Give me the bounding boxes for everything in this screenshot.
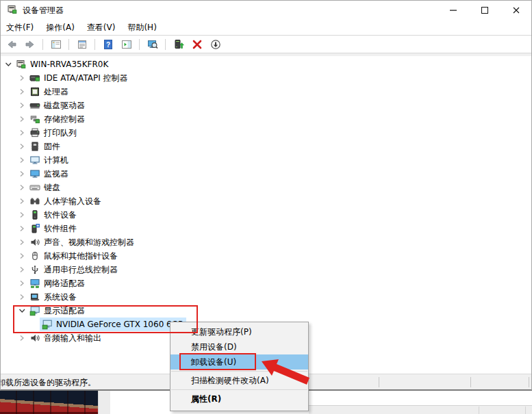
network-adapter-icon	[29, 278, 40, 289]
tree-item-display-adapters[interactable]: 显示适配器	[0, 304, 532, 318]
action-pane-toolbar-button[interactable]	[118, 37, 135, 52]
tree-item-computer[interactable]: 计算机	[0, 153, 532, 167]
menu-action[interactable]: 操作(A)	[40, 20, 81, 35]
tree-item-label: 软件设备	[44, 208, 77, 222]
chevron-right-icon[interactable]	[16, 141, 27, 152]
properties-toolbar-button[interactable]	[73, 37, 90, 52]
tree-item-firmware[interactable]: 固件	[0, 140, 532, 153]
tree-item-label: 处理器	[44, 85, 68, 99]
tree-item-label: 系统设备	[44, 290, 77, 304]
window-title: 设备管理器	[23, 5, 64, 16]
chevron-right-icon[interactable]	[16, 250, 27, 261]
chevron-right-icon[interactable]	[16, 292, 27, 302]
tree-item-ide-controllers[interactable]: IDE ATA/ATAPI 控制器	[0, 71, 532, 85]
status-pane-separator	[529, 377, 529, 387]
tree-item-label: IDE ATA/ATAPI 控制器	[44, 71, 128, 85]
chevron-down-icon[interactable]	[3, 59, 14, 70]
update-driver-toolbar-button[interactable]	[170, 37, 187, 52]
toolbar-separator	[139, 39, 140, 50]
minimize-button[interactable]	[438, 0, 469, 20]
show-console-tree-toolbar-button[interactable]	[47, 37, 64, 52]
usb-icon	[29, 264, 40, 275]
background-bar-separator	[525, 406, 526, 414]
tree-item-usb-controllers[interactable]: 通用串行总线控制器	[0, 263, 532, 276]
tree-item-mice[interactable]: 鼠标和其他指针设备	[0, 249, 532, 263]
back-toolbar-button[interactable]	[3, 37, 20, 52]
tree-item-monitors[interactable]: 监视器	[0, 167, 532, 181]
context-menu-item-disable-device[interactable]: 禁用设备(D)	[170, 339, 308, 354]
screenshot-root: 设备管理器 文件(F)操作(A)查看(V)帮助(H) ? WIN-RRVA35K…	[0, 0, 532, 414]
chevron-right-icon[interactable]	[16, 155, 27, 166]
scan-hardware-toolbar-button[interactable]	[144, 37, 161, 52]
software-device-icon	[29, 209, 40, 220]
context-menu-item-properties[interactable]: 属性(R)	[170, 391, 308, 406]
back-icon	[6, 39, 17, 50]
disk-drive-icon	[29, 100, 40, 111]
context-menu-item-scan-hardware[interactable]: 扫描检测硬件改动(A)	[170, 373, 308, 388]
tree-item-disk-drives[interactable]: 磁盘驱动器	[0, 99, 532, 112]
menu-view[interactable]: 查看(V)	[81, 20, 122, 35]
chevron-right-icon[interactable]	[16, 196, 27, 207]
menu-file[interactable]: 文件(F)	[0, 20, 40, 35]
tree-item-system-devices[interactable]: 系统设备	[0, 290, 532, 304]
chevron-right-icon[interactable]	[16, 168, 27, 179]
close-icon	[511, 5, 522, 16]
tree-item-print-queues[interactable]: 打印队列	[0, 126, 532, 140]
close-button[interactable]	[501, 0, 532, 20]
chevron-right-icon[interactable]	[16, 114, 27, 125]
chevron-right-icon[interactable]	[16, 127, 27, 138]
tree-item-label: 存储控制器	[44, 112, 85, 126]
tree-item-software-components[interactable]: 软件组件	[0, 222, 532, 235]
print-queue-icon	[29, 127, 40, 138]
sound-icon	[29, 237, 40, 248]
chevron-right-icon[interactable]	[16, 182, 27, 193]
toolbar-separator	[68, 39, 69, 50]
chevron-down-icon[interactable]	[16, 305, 27, 316]
tree-item-network-adapters[interactable]: 网络适配器	[0, 276, 532, 290]
toolbar-separator	[42, 39, 43, 50]
tree-item-storage-controllers[interactable]: 存储控制器	[0, 112, 532, 126]
firmware-icon	[29, 141, 40, 152]
maximize-icon	[479, 5, 490, 16]
chevron-right-icon[interactable]	[16, 278, 27, 289]
uninstall-device-toolbar-button[interactable]	[188, 37, 205, 52]
tree-item-keyboards[interactable]: 键盘	[0, 181, 532, 194]
menu-help[interactable]: 帮助(H)	[121, 20, 162, 35]
tree-item-root[interactable]: WIN-RRVA35KFR0K	[0, 57, 532, 71]
tree-item-label: 鼠标和其他指针设备	[44, 249, 118, 263]
disable-device-toolbar-button[interactable]	[207, 37, 224, 52]
svg-text:?: ?	[105, 40, 110, 48]
tree-item-label: 计算机	[44, 153, 68, 167]
tree-item-label: 软件组件	[44, 222, 77, 235]
status-pane-separator	[470, 377, 471, 387]
background-window-bar	[309, 405, 532, 414]
toolbar-separator	[165, 39, 166, 50]
tree-item-label: 通用串行总线控制器	[44, 263, 118, 276]
chevron-right-icon[interactable]	[16, 209, 27, 220]
tree-item-hid-devices[interactable]: 人体学输入设备	[0, 194, 532, 208]
chevron-right-icon[interactable]	[16, 237, 27, 248]
context-menu-item-update-driver[interactable]: 更新驱动程序(P)	[170, 324, 308, 339]
help-toolbar-button[interactable]: ?	[99, 37, 116, 52]
chevron-right-icon[interactable]	[16, 86, 27, 97]
chevron-right-icon[interactable]	[16, 73, 27, 83]
desktop-wallpaper-photo	[0, 391, 98, 414]
background-window-edge	[98, 391, 110, 414]
forward-toolbar-button[interactable]	[21, 37, 38, 52]
tree-item-processors[interactable]: 处理器	[0, 85, 532, 99]
monitor-icon	[29, 168, 40, 179]
maximize-button[interactable]	[469, 0, 501, 20]
tree-item-software-devices[interactable]: 软件设备	[0, 208, 532, 222]
mouse-icon	[29, 250, 40, 261]
toolbar: ?	[0, 36, 532, 53]
chevron-right-icon[interactable]	[16, 100, 27, 111]
tree-item-sound-controllers[interactable]: 声音、视频和游戏控制器	[0, 235, 532, 249]
chevron-right-icon[interactable]	[16, 223, 27, 234]
device-manager-icon	[7, 4, 18, 15]
context-menu-separator	[171, 371, 307, 372]
context-menu-item-uninstall-device[interactable]: 卸载设备(U)	[170, 354, 308, 370]
chevron-right-icon[interactable]	[16, 333, 27, 344]
chevron-right-icon[interactable]	[16, 264, 27, 275]
uninstall-device-icon	[192, 39, 203, 50]
tree-item-label: 打印队列	[44, 126, 77, 140]
